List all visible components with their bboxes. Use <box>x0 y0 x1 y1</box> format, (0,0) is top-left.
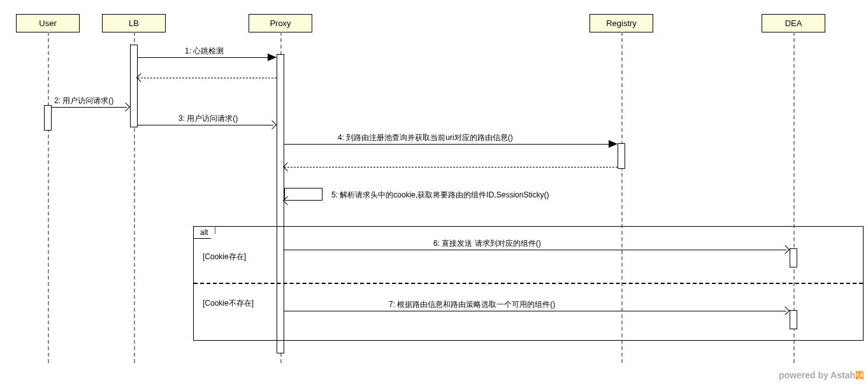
participant-dea: DEA <box>762 14 825 32</box>
alt-guard-1: [Cookie存在] <box>203 252 246 262</box>
participant-label: Proxy <box>270 18 291 28</box>
participant-label: Registry <box>606 18 637 28</box>
arrowhead-return-4 <box>283 162 292 171</box>
message-arrow-2 <box>52 107 127 108</box>
message-label-3: 3: 用户访问请求() <box>178 113 238 124</box>
lifeline-user <box>48 32 49 363</box>
footer-brand-icon: 図 <box>855 370 864 380</box>
message-label-6: 6: 直接发送 请求到对应的组件() <box>433 238 541 249</box>
message-return-4 <box>284 167 618 167</box>
alt-divider <box>194 283 863 284</box>
sequence-diagram: User LB Proxy Registry DEA 1: 心跳检测 2: 用户… <box>0 0 868 384</box>
footer-text: powered by Astah <box>779 370 855 380</box>
arrowhead-3 <box>268 120 277 129</box>
message-arrow-3 <box>138 125 273 125</box>
message-label-1: 1: 心跳检测 <box>185 46 224 57</box>
arrowhead-return-1 <box>136 73 145 82</box>
arrowhead-1 <box>268 53 277 61</box>
message-return-1 <box>138 78 277 78</box>
footer-watermark: powered by Astah図 <box>779 370 864 381</box>
participant-proxy: Proxy <box>249 14 312 32</box>
activation-registry <box>618 143 625 169</box>
activation-user <box>44 105 52 131</box>
message-arrow-4 <box>284 144 609 145</box>
activation-lb <box>130 45 138 127</box>
participant-label: LB <box>129 18 139 28</box>
participant-user: User <box>16 14 80 32</box>
participant-lb: LB <box>102 14 166 32</box>
alt-tag: alt <box>193 226 215 239</box>
message-label-7: 7: 根据路由信息和路由策略选取一个可用的组件() <box>389 299 555 310</box>
participant-label: User <box>39 18 56 28</box>
message-label-2: 2: 用户访问请求() <box>54 96 113 106</box>
arrowhead-2 <box>121 103 130 111</box>
alt-guard-2: [Cookie不存在] <box>203 298 254 309</box>
participant-label: DEA <box>785 18 802 28</box>
message-arrow-6 <box>284 250 786 250</box>
message-label-4: 4: 到路由注册池查询并获取当前uri对应的路由信息() <box>338 132 513 143</box>
message-arrow-1 <box>138 57 268 58</box>
message-arrow-7 <box>284 311 786 311</box>
participant-registry: Registry <box>590 14 653 32</box>
message-label-5: 5: 解析请求头中的cookie,获取将要路由的组件ID,SessionStic… <box>331 190 549 201</box>
arrowhead-4 <box>609 140 618 148</box>
